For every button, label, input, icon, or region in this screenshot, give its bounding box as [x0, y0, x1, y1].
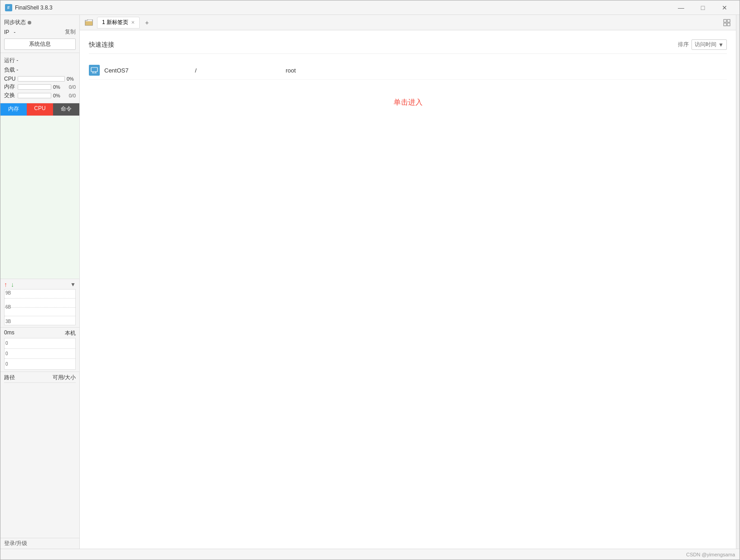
- copy-button[interactable]: 复制: [65, 28, 76, 36]
- net-arrows: ↑ ↓: [4, 281, 14, 288]
- grid-icon: [723, 19, 730, 26]
- run-row: 运行 -: [4, 56, 76, 65]
- grid-view-button[interactable]: [721, 16, 733, 29]
- net-val-low: 3B: [5, 319, 11, 324]
- latency-section: 0ms 本机 0 0 0: [0, 328, 79, 372]
- folder-button[interactable]: [83, 16, 95, 29]
- svg-rect-2: [724, 23, 726, 26]
- svg-rect-0: [724, 19, 726, 22]
- sort-dropdown[interactable]: 访问时间 ▼: [691, 39, 727, 50]
- net-val-top: 9B: [5, 290, 11, 295]
- net-gridline-3: [5, 316, 75, 316]
- sidebar: 同步状态 IP - 复制 系统信息 运行 -: [0, 15, 80, 549]
- expand-icon[interactable]: ▼: [70, 281, 76, 288]
- add-tab-button[interactable]: +: [141, 17, 152, 28]
- sidebar-bottom: 登录/升级: [0, 538, 79, 549]
- app-window: F FinalShell 3.8.3 — □ ✕ 同步状态 IP: [0, 0, 740, 560]
- sync-row: 同步状态: [4, 18, 76, 27]
- sync-section: 同步状态 IP - 复制 系统信息: [0, 15, 79, 53]
- disk-path-label: 路径: [4, 374, 40, 381]
- mem-row: 内存 0% 0/0: [4, 83, 76, 91]
- svg-rect-1: [727, 19, 730, 22]
- close-button[interactable]: ✕: [714, 0, 735, 15]
- tab-command[interactable]: 命令: [53, 103, 79, 116]
- latency-local-label: 本机: [65, 329, 76, 337]
- sync-dot: [28, 21, 31, 24]
- window-title: FinalShell 3.8.3: [15, 5, 671, 11]
- qc-item-name: CentOS7: [104, 67, 195, 74]
- latency-chart: 0 0 0: [4, 338, 76, 370]
- lat-grid-2: [5, 358, 75, 359]
- network-section: ↑ ↓ ▼ 9B 6B 3B: [0, 279, 79, 328]
- monitor-chart: [0, 116, 79, 279]
- main-tab-close[interactable]: ✕: [131, 20, 135, 25]
- maximize-button[interactable]: □: [692, 0, 713, 15]
- sync-status: 同步状态: [4, 19, 31, 26]
- titlebar: F FinalShell 3.8.3 — □ ✕: [0, 0, 740, 15]
- tab-panel-header: 1 新标签页 ✕ +: [80, 15, 736, 30]
- mem-progress-bar: [18, 84, 51, 90]
- disk-section: 路径 可用/大小: [0, 372, 79, 538]
- right-scrollbar[interactable]: [736, 15, 740, 549]
- swap-row: 交换 0% 0/0: [4, 92, 76, 99]
- dropdown-arrow-icon: ▼: [718, 42, 724, 48]
- sort-value: 访问时间: [695, 41, 716, 48]
- cpu-row: CPU 0%: [4, 76, 76, 82]
- mem-value: 0%: [53, 84, 62, 90]
- load-row: 负载 -: [4, 65, 76, 75]
- disk-avail-label: 可用/大小: [40, 374, 76, 381]
- net-val-mid: 6B: [5, 304, 11, 309]
- main-tab[interactable]: 1 新标签页 ✕: [97, 17, 140, 29]
- latency-value: 0ms: [4, 329, 15, 337]
- lat-grid-1: [5, 348, 75, 349]
- sort-label: 排序: [678, 41, 689, 48]
- net-labels: 9B 6B 3B: [5, 290, 11, 325]
- main-tab-label: 1 新标签页: [102, 19, 128, 26]
- system-stats-section: 运行 - 负载 - CPU 0% 内存: [0, 53, 79, 103]
- load-label: 负载 -: [4, 66, 18, 74]
- centos-icon: [89, 65, 100, 76]
- qc-item-path: /: [195, 67, 286, 74]
- net-gridline-2: [5, 307, 75, 308]
- watermark: CSDN @yimengsama: [686, 552, 735, 557]
- mem-total: 0/0: [64, 84, 76, 90]
- login-upgrade-button[interactable]: 登录/升级: [4, 540, 27, 547]
- app-icon: F: [5, 4, 12, 11]
- window-controls: — □ ✕: [671, 0, 735, 15]
- swap-label: 交换: [4, 92, 16, 99]
- svg-rect-3: [727, 23, 730, 26]
- swap-total: 0/0: [64, 93, 76, 98]
- swap-progress-bar: [18, 93, 51, 98]
- lat-val-1: 0: [5, 341, 8, 346]
- qc-header: 快速连接 排序 访问时间 ▼: [89, 39, 727, 54]
- mem-label: 内存: [4, 83, 16, 91]
- tab-memory[interactable]: 内存: [0, 103, 27, 116]
- ip-row: IP - 复制: [4, 27, 76, 37]
- tab-cpu[interactable]: CPU: [27, 103, 53, 116]
- sysinfo-button[interactable]: 系统信息: [4, 39, 76, 50]
- qc-item-centos7[interactable]: CentOS7 / root: [89, 61, 727, 80]
- minimize-button[interactable]: —: [671, 0, 691, 15]
- right-panel: 1 新标签页 ✕ + 快速连接: [80, 15, 736, 549]
- cpu-value: 0%: [67, 76, 76, 82]
- disk-header: 路径 可用/大小: [4, 374, 76, 383]
- cpu-label: CPU: [4, 76, 16, 82]
- qc-sort: 排序 访问时间 ▼: [678, 39, 727, 50]
- quick-connect-panel: 快速连接 排序 访问时间 ▼: [80, 30, 736, 549]
- arrow-down-icon: ↓: [11, 281, 14, 288]
- lat-val-3: 0: [5, 362, 8, 367]
- latency-header: 0ms 本机: [4, 329, 76, 337]
- sync-label: 同步状态: [4, 19, 26, 26]
- net-gridline-1: [5, 298, 75, 299]
- qc-hint[interactable]: 单击进入: [89, 98, 727, 107]
- monitor-tabs: 内存 CPU 命令: [0, 103, 79, 116]
- ip-label: IP -: [4, 29, 15, 35]
- run-label: 运行 -: [4, 57, 18, 64]
- monitor-icon: [91, 67, 98, 73]
- swap-value: 0%: [53, 93, 62, 98]
- network-chart: 9B 6B 3B: [4, 289, 76, 325]
- qc-item-user: root: [286, 67, 296, 74]
- arrow-up-icon: ↑: [4, 281, 7, 288]
- status-bar: CSDN @yimengsama: [0, 549, 740, 560]
- network-header: ↑ ↓ ▼: [4, 281, 76, 288]
